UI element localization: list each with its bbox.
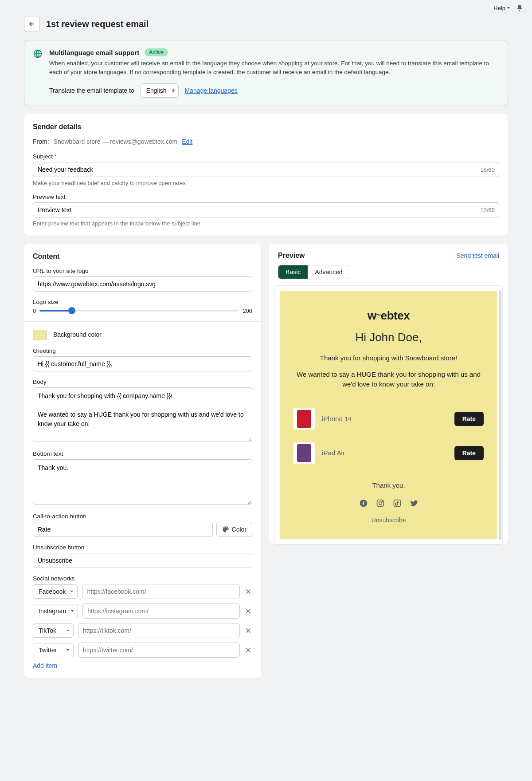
bottom-label: Bottom text [33, 450, 252, 457]
preview-counter: 12/60 [480, 206, 495, 213]
manage-languages-link[interactable]: Manage languages [185, 87, 238, 94]
banner-title: Multilanguage email support [49, 49, 139, 56]
product-name: iPad Air [322, 449, 447, 457]
social-row: Twitter [33, 643, 252, 658]
status-badge: Active [145, 48, 168, 56]
chevron-down-icon [66, 630, 69, 631]
tab-advanced[interactable]: Advanced [308, 265, 349, 279]
send-test-link[interactable]: Send test email [457, 252, 500, 259]
unsub-input[interactable] [33, 553, 252, 568]
rate-button[interactable]: Rate [454, 446, 484, 460]
email-unsubscribe[interactable]: Unsubscribe [372, 517, 406, 524]
bg-color-label: Background color [53, 331, 102, 338]
product-thumb [293, 442, 315, 464]
bg-color-swatch[interactable] [33, 330, 47, 340]
rate-button[interactable]: Rate [454, 412, 484, 426]
palette-icon [222, 526, 229, 533]
edit-from-link[interactable]: Edit [182, 138, 192, 145]
preview-help: Enter preview text that appears in the i… [33, 220, 499, 227]
social-row: Facebook [33, 584, 252, 599]
preview-pane: w~ebtex Hi John Doe, Thank you for shopp… [274, 285, 503, 544]
body-textarea[interactable] [33, 387, 252, 442]
cta-color-button[interactable]: Color [216, 522, 252, 537]
slider-max: 200 [243, 308, 252, 314]
social-select-twitter[interactable]: Twitter [33, 643, 74, 657]
product-name: iPhone 14 [322, 415, 447, 422]
email-thanks: Thank you. [293, 481, 484, 489]
email-line2: We wanted to say a HUGE thank you for sh… [293, 370, 484, 390]
body-label: Body [33, 379, 252, 385]
bell-icon[interactable] [516, 4, 523, 12]
color-btn-label: Color [232, 526, 246, 533]
chevron-down-icon [70, 591, 73, 592]
preview-text-input[interactable] [33, 202, 499, 217]
tiktok-icon[interactable] [393, 499, 402, 508]
email-logo: w~ebtex [293, 309, 484, 323]
add-item-link[interactable]: Add item [33, 662, 57, 669]
chevron-down-icon [507, 7, 510, 9]
back-button[interactable] [24, 16, 40, 32]
close-icon[interactable] [244, 646, 252, 654]
email-line1: Thank you for shopping with Snowboard st… [293, 354, 484, 362]
social-select-facebook[interactable]: Facebook [33, 584, 78, 599]
social-row: Instagram [33, 604, 252, 619]
product-row: iPhone 14 Rate [293, 402, 484, 436]
product-thumb [293, 408, 315, 430]
twitter-icon[interactable] [410, 499, 419, 508]
help-label: Help [493, 5, 505, 12]
preview-scrollbar[interactable] [499, 290, 501, 540]
logo-url-label: URL to your site logo [33, 268, 252, 274]
translate-label: Translate the email template to [49, 87, 134, 94]
social-url-input[interactable] [82, 604, 240, 619]
unsub-label: Unsubscribe button [33, 544, 252, 551]
svg-point-3 [382, 501, 383, 501]
instagram-icon[interactable] [376, 499, 385, 508]
subject-counter: 18/60 [480, 166, 495, 173]
preview-mode-segment: Basic Advanced [278, 265, 350, 279]
subject-label: Subject * [33, 153, 499, 160]
cta-input[interactable] [33, 522, 213, 537]
greeting-label: Greeting [33, 347, 252, 354]
logo-url-input[interactable] [33, 276, 252, 292]
social-row: TikTok [33, 623, 252, 638]
preview-text-label: Preview text [33, 193, 499, 200]
language-select[interactable]: English [141, 83, 179, 98]
subject-input[interactable] [33, 162, 499, 177]
social-select-instagram[interactable]: Instagram [33, 604, 78, 618]
social-label: Social networks [33, 575, 252, 582]
logo-size-label: Logo size [33, 299, 252, 305]
globe-icon [33, 49, 42, 58]
close-icon[interactable] [244, 607, 252, 615]
from-label: From: [33, 138, 49, 145]
bottom-textarea[interactable] [33, 459, 252, 505]
help-menu[interactable]: Help [493, 5, 510, 12]
page-title: 1st review request email [46, 19, 149, 29]
social-select-tiktok[interactable]: TikTok [33, 623, 74, 638]
preview-title: Preview [278, 252, 305, 260]
facebook-icon[interactable] [359, 499, 368, 508]
language-value: English [146, 87, 167, 94]
social-url-input[interactable] [78, 643, 240, 658]
close-icon[interactable] [244, 627, 252, 635]
social-url-input[interactable] [82, 584, 240, 599]
svg-point-2 [379, 501, 382, 505]
from-value: Snowboard store — reviews@gowebtex.com [54, 138, 178, 145]
greeting-input[interactable] [33, 356, 252, 371]
close-icon[interactable] [244, 588, 252, 596]
cta-label: Call-to-action button [33, 513, 252, 520]
sender-section-title: Sender details [33, 123, 499, 131]
subject-help: Make your headlines brief and catchy to … [33, 180, 499, 186]
chevron-down-icon [66, 649, 69, 651]
product-row: iPad Air Rate [293, 436, 484, 470]
arrow-left-icon [28, 20, 35, 28]
chevron-down-icon [71, 610, 74, 612]
slider-min: 0 [33, 308, 36, 314]
tab-basic[interactable]: Basic [278, 265, 308, 279]
logo-size-slider[interactable] [39, 310, 239, 312]
banner-description: When enabled, your customer will receive… [49, 59, 499, 77]
content-section-title: Content [33, 252, 252, 260]
multilanguage-banner: Multilanguage email support Active When … [24, 40, 508, 106]
social-url-input[interactable] [78, 623, 240, 638]
email-greeting: Hi John Doe, [293, 331, 484, 344]
